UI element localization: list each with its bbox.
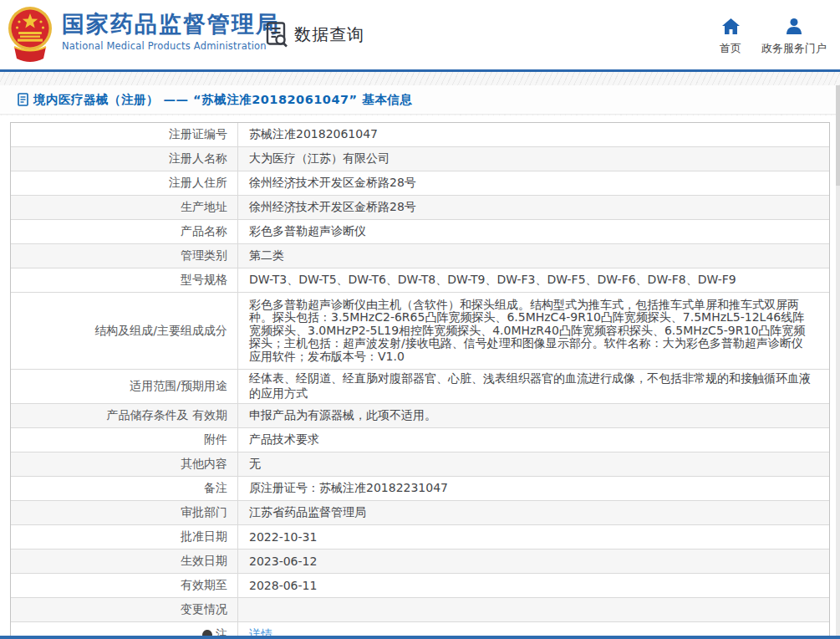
table-row: 有效期至2028-06-11 <box>11 574 829 598</box>
row-label: 附件 <box>11 428 238 452</box>
row-value: 无 <box>238 452 829 476</box>
row-value: 2028-06-11 <box>238 574 829 597</box>
row-label: 结构及组成/主要组成成分 <box>11 293 238 369</box>
table-row: 备注原注册证号：苏械注准20182231047 <box>11 477 829 501</box>
data-query-tab[interactable]: 数据查询 <box>266 22 364 48</box>
table-row: 批准日期2022-10-31 <box>11 525 829 550</box>
breadcrumb: 境内医疗器械（注册） —— “苏械注准20182061047” 基本信息 <box>0 85 840 115</box>
row-value: 彩色多普勒超声诊断仪 <box>238 220 829 243</box>
row-label: 其他内容 <box>11 452 238 476</box>
row-label: 型号规格 <box>11 268 238 292</box>
table-row: 型号规格DW-T3、DW-T5、DW-T6、DW-T8、DW-T9、DW-F3、… <box>11 268 829 293</box>
table-row: 生产地址徐州经济技术开发区金桥路28号 <box>11 196 829 220</box>
org-name-en: National Medical Products Administration <box>62 40 280 52</box>
row-label: 变更情况 <box>11 598 238 621</box>
table-row: 产品储存条件及 有效期申报产品为有源器械，此项不适用。 <box>11 404 829 428</box>
nav-home-label: 首页 <box>720 42 741 54</box>
table-row: 注册人住所徐州经济技术开发区金桥路28号 <box>11 171 829 196</box>
row-value: 2023-06-12 <box>238 550 829 573</box>
table-row: 结构及组成/主要组成成分彩色多普勒超声诊断仪由主机（含软件）和探头组成。结构型式… <box>11 293 829 370</box>
home-icon <box>722 18 740 34</box>
row-value: 经体表、经阴道、经直肠对腹部器官、心脏、浅表组织器官的血流进行成像，不包括非常规… <box>238 370 829 403</box>
national-emblem-logo <box>8 5 53 65</box>
table-row: 注册证编号苏械注准20182061047 <box>11 123 829 147</box>
row-label: 审批部门 <box>11 501 238 524</box>
row-value: 大为医疗（江苏）有限公司 <box>238 147 829 171</box>
table-row: 产品名称彩色多普勒超声诊断仪 <box>11 220 829 244</box>
nav-home[interactable]: 首页 <box>720 18 741 56</box>
site-header: 国家药品监督管理局 National Medical Products Admi… <box>0 0 840 72</box>
info-table: 注册证编号苏械注准20182061047注册人名称大为医疗（江苏）有限公司注册人… <box>10 122 830 639</box>
row-value: 产品技术要求 <box>238 428 829 452</box>
row-value: 原注册证号：苏械注准20182231047 <box>238 477 829 500</box>
row-label: 生效日期 <box>11 550 238 573</box>
row-value <box>238 598 829 621</box>
row-value: 江苏省药品监督管理局 <box>238 501 829 524</box>
scrollbar-thumb[interactable] <box>836 85 840 186</box>
org-name-zh: 国家药品监督管理局 <box>62 11 280 38</box>
data-query-icon <box>266 22 288 48</box>
row-value: 徐州经济技术开发区金桥路28号 <box>238 171 829 195</box>
row-value: DW-T3、DW-T5、DW-T6、DW-T8、DW-T9、DW-F3、DW-F… <box>238 268 829 292</box>
row-label: 管理类别 <box>11 244 238 268</box>
row-label: 注册人住所 <box>11 171 238 195</box>
row-label: 生产地址 <box>11 196 238 219</box>
nav-portal[interactable]: 政务服务门户 <box>761 18 827 56</box>
row-label: 产品名称 <box>11 220 238 243</box>
table-row: 管理类别第二类 <box>11 244 829 268</box>
table-row: 审批部门江苏省药品监督管理局 <box>11 501 829 525</box>
row-value: 2022-10-31 <box>238 525 829 549</box>
table-row: 附件产品技术要求 <box>11 428 829 452</box>
table-row: 其他内容无 <box>11 452 829 477</box>
table-row: 适用范围/预期用途经体表、经阴道、经直肠对腹部器官、心脏、浅表组织器官的血流进行… <box>11 370 829 404</box>
table-row: 生效日期2023-06-12 <box>11 550 829 574</box>
table-row: 变更情况 <box>11 598 829 622</box>
row-value: 第二类 <box>238 244 829 268</box>
row-label: 备注 <box>11 477 238 500</box>
document-icon <box>18 93 28 106</box>
row-label: 有效期至 <box>11 574 238 597</box>
org-title-block: 国家药品监督管理局 National Medical Products Admi… <box>62 11 280 52</box>
row-label: 批准日期 <box>11 525 238 549</box>
row-value: 申报产品为有源器械，此项不适用。 <box>238 404 829 427</box>
breadcrumb-text: 境内医疗器械（注册） —— “苏械注准20182061047” 基本信息 <box>33 92 412 108</box>
nav-portal-label: 政务服务门户 <box>761 42 827 54</box>
content-area: 注册证编号苏械注准20182061047注册人名称大为医疗（江苏）有限公司注册人… <box>0 115 840 639</box>
scrollbar[interactable] <box>836 85 840 639</box>
row-label: 注册证编号 <box>11 123 238 146</box>
table-row: 注册人名称大为医疗（江苏）有限公司 <box>11 147 829 171</box>
row-value: 苏械注准20182061047 <box>238 123 829 146</box>
row-label: 注册人名称 <box>11 147 238 171</box>
row-label: 产品储存条件及 有效期 <box>11 404 238 427</box>
row-value: 徐州经济技术开发区金桥路28号 <box>238 196 829 219</box>
row-value: 彩色多普勒超声诊断仪由主机（含软件）和探头组成。结构型式为推车式，包括推车式单屏… <box>238 293 829 369</box>
row-label: 适用范围/预期用途 <box>11 370 238 403</box>
footer-accent-bar <box>0 636 840 639</box>
user-icon <box>786 18 802 34</box>
data-query-label: 数据查询 <box>294 23 364 46</box>
